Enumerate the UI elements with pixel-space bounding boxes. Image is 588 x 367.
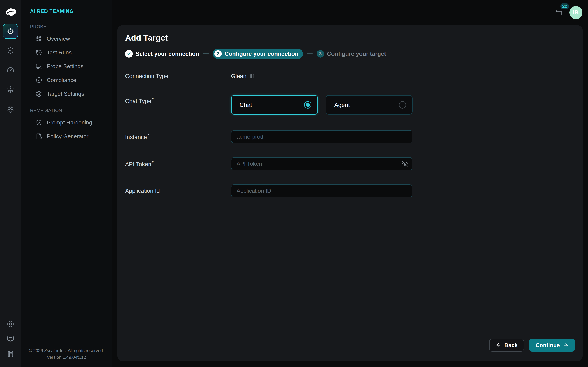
- feedback-message-icon[interactable]: [7, 335, 14, 343]
- sidebar: AI RED TEAMING PROBE Overview Test Runs: [21, 0, 112, 367]
- sidebar-item-compliance[interactable]: Compliance: [21, 73, 112, 87]
- hub-network-icon[interactable]: [7, 86, 14, 93]
- instance-input[interactable]: [231, 130, 413, 143]
- rail-bottom-group: [7, 320, 14, 358]
- option-label: Chat: [240, 101, 252, 108]
- monitor-search-icon: [36, 63, 42, 70]
- version-text: Version 1.49.0-rc.12: [21, 354, 112, 361]
- documentation-book-icon[interactable]: [7, 350, 14, 358]
- nav-section-label: REMEDIATION: [21, 108, 112, 113]
- step-configure-target: 3 Configure your target: [317, 50, 386, 58]
- step-number-circle: 3: [317, 50, 324, 58]
- connection-type-value: Glean: [231, 73, 255, 80]
- required-marker: *: [152, 97, 154, 102]
- notification-badge: 22: [560, 3, 569, 9]
- connection-type-label: Connection Type: [125, 73, 231, 80]
- step-separator: [203, 53, 209, 54]
- application-id-label: Application Id: [125, 188, 231, 194]
- sidebar-item-label: Prompt Hardening: [47, 119, 92, 126]
- sidebar-item-target-settings[interactable]: Target Settings: [21, 87, 112, 101]
- connection-type-row: Connection Type Glean: [117, 66, 583, 87]
- page-title: Add Target: [125, 33, 575, 42]
- radio-selected-icon: [304, 101, 311, 108]
- glean-icon: [250, 74, 255, 79]
- sidebar-item-probe-settings[interactable]: Probe Settings: [21, 59, 112, 73]
- sidebar-footer: © 2026 Zscaler Inc. All rights reserved.…: [21, 347, 112, 361]
- app-root: AI RED TEAMING PROBE Overview Test Runs: [0, 0, 588, 367]
- sidebar-item-label: Test Runs: [47, 49, 72, 56]
- gear-icon: [36, 91, 42, 97]
- sidebar-item-test-runs[interactable]: Test Runs: [21, 46, 112, 59]
- step-separator: [307, 53, 313, 54]
- application-id-input[interactable]: [231, 184, 413, 197]
- sidebar-item-label: Overview: [47, 35, 70, 42]
- required-marker: *: [147, 133, 149, 138]
- copyright-text: © 2026 Zscaler Inc. All rights reserved.: [21, 347, 112, 354]
- api-token-input[interactable]: [231, 157, 413, 170]
- target-crosshair-icon: [7, 27, 15, 35]
- chat-type-options: Chat Agent: [231, 95, 413, 115]
- connection-form: Connection Type Glean Chat Type*: [117, 66, 583, 204]
- api-token-label: API Token*: [125, 160, 231, 167]
- gear-icon[interactable]: [7, 106, 14, 113]
- connection-type-text: Glean: [231, 73, 246, 80]
- arrow-left-icon: [496, 342, 501, 348]
- badge-check-icon: [36, 77, 42, 83]
- chat-type-option-agent[interactable]: Agent: [326, 95, 413, 115]
- api-token-row: API Token*: [117, 150, 583, 177]
- instance-label: Instance*: [125, 133, 231, 141]
- add-target-panel: Add Target Select your connection 2 Conf…: [117, 25, 583, 361]
- panel-footer: Back Continue: [117, 332, 583, 361]
- dashboard-grid-icon: [36, 35, 42, 42]
- sidebar-item-label: Compliance: [47, 77, 76, 83]
- option-label: Agent: [334, 101, 350, 108]
- arrow-right-icon: [563, 342, 569, 348]
- zscaler-logo-icon[interactable]: [5, 8, 16, 16]
- step-label: Configure your target: [327, 50, 386, 57]
- step-select-connection: Select your connection: [125, 50, 199, 58]
- chat-type-label: Chat Type*: [125, 95, 231, 105]
- sidebar-item-prompt-hardening[interactable]: Prompt Hardening: [21, 116, 112, 130]
- rail-item-target-active[interactable]: [3, 24, 18, 39]
- eye-off-icon[interactable]: [402, 161, 408, 167]
- nav-section-probe: PROBE Overview Test Runs: [21, 24, 112, 101]
- archive-icon: [555, 9, 563, 16]
- check-icon: [127, 52, 131, 56]
- stepper: Select your connection 2 Configure your …: [125, 49, 575, 59]
- instance-row: Instance*: [117, 123, 583, 150]
- history-icon: [36, 49, 42, 56]
- nav-section-label: PROBE: [21, 24, 112, 29]
- sidebar-item-policy-generator[interactable]: Policy Generator: [21, 130, 112, 143]
- continue-button[interactable]: Continue: [529, 339, 575, 352]
- application-id-row: Application Id: [117, 177, 583, 204]
- step-configure-connection-active: 2 Configure your connection: [213, 49, 303, 59]
- step-number-circle: 2: [214, 50, 222, 58]
- step-complete-circle: [125, 50, 133, 58]
- chat-type-row: Chat Type* Chat Agent: [117, 87, 583, 123]
- sidebar-item-label: Target Settings: [47, 91, 84, 97]
- file-shield-icon: [36, 133, 42, 140]
- icon-rail: [0, 0, 21, 367]
- required-marker: *: [152, 160, 154, 165]
- help-lifebuoy-icon[interactable]: [7, 320, 14, 328]
- gauge-icon[interactable]: [7, 67, 14, 74]
- sidebar-item-overview[interactable]: Overview: [21, 32, 112, 46]
- rail-nav-group: [7, 47, 14, 113]
- back-button[interactable]: Back: [489, 339, 524, 352]
- app-title: AI RED TEAMING: [21, 8, 112, 14]
- chat-type-option-chat[interactable]: Chat: [231, 95, 318, 115]
- sidebar-item-label: Probe Settings: [47, 63, 84, 70]
- archive-button[interactable]: 22: [555, 9, 563, 16]
- shield-check-icon[interactable]: [7, 47, 14, 54]
- shield-check-icon: [36, 119, 42, 126]
- sidebar-item-label: Policy Generator: [47, 133, 88, 140]
- topbar: 22 IB: [112, 0, 588, 25]
- step-label: Configure your connection: [225, 50, 298, 57]
- avatar[interactable]: IB: [570, 6, 582, 19]
- nav-section-remediation: REMEDIATION Prompt Hardening Policy Gene…: [21, 108, 112, 143]
- main-area: 22 IB Add Target Select your connection …: [112, 0, 588, 367]
- step-label: Select your connection: [136, 50, 199, 57]
- radio-unselected-icon: [399, 101, 406, 108]
